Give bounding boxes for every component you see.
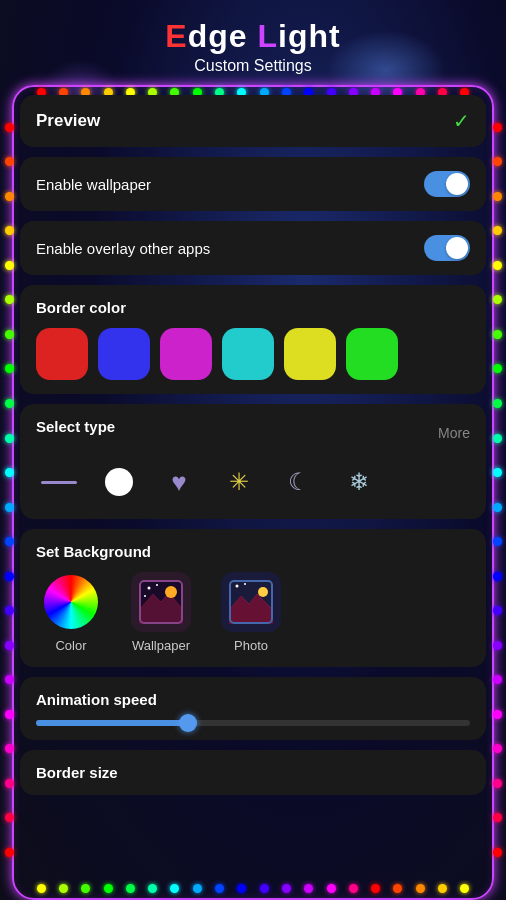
enable-wallpaper-card: Enable wallpaper — [20, 157, 486, 211]
type-moon-icon[interactable]: ☾ — [276, 459, 322, 505]
dot — [5, 572, 14, 581]
svg-point-12 — [236, 585, 239, 588]
type-snow-icon[interactable]: ❄ — [336, 459, 382, 505]
dot — [5, 261, 14, 270]
color-swatch-2[interactable] — [160, 328, 212, 380]
dot — [493, 434, 502, 443]
bg-option-photo[interactable]: Photo — [216, 572, 286, 653]
enable-wallpaper-toggle[interactable] — [424, 171, 470, 197]
speed-slider-thumb[interactable] — [179, 714, 197, 732]
dot — [5, 537, 14, 546]
dot — [5, 330, 14, 339]
dot — [5, 503, 14, 512]
bg-option-wallpaper[interactable]: Wallpaper — [126, 572, 196, 653]
dot — [493, 192, 502, 201]
dot — [5, 744, 14, 753]
color-swatch-1[interactable] — [98, 328, 150, 380]
set-background-label: Set Background — [36, 543, 470, 560]
dot — [493, 848, 502, 857]
line-shape — [41, 481, 77, 484]
dot — [5, 226, 14, 235]
speed-slider-track — [36, 720, 470, 726]
dot — [493, 572, 502, 581]
dot — [5, 364, 14, 373]
dot — [493, 537, 502, 546]
dot — [5, 434, 14, 443]
dot — [493, 399, 502, 408]
circle-shape — [105, 468, 133, 496]
svg-point-6 — [144, 595, 146, 597]
dots-right — [490, 110, 504, 870]
speed-slider-fill — [36, 720, 188, 726]
dot — [493, 503, 502, 512]
dot — [5, 710, 14, 719]
speed-slider-wrap[interactable] — [36, 720, 470, 726]
type-icons-row: ♥ ✳ ☾ ❄ — [36, 459, 470, 505]
type-sun-icon[interactable]: ✳ — [216, 459, 262, 505]
dot — [493, 330, 502, 339]
wallpaper-svg — [139, 580, 183, 624]
enable-overlay-card: Enable overlay other apps — [20, 221, 486, 275]
dot — [493, 744, 502, 753]
preview-label: Preview — [36, 111, 100, 131]
dots-left — [2, 110, 16, 870]
svg-point-5 — [156, 584, 158, 586]
dot — [493, 468, 502, 477]
more-label[interactable]: More — [438, 425, 470, 441]
title-l: L — [257, 18, 278, 54]
type-heart-icon[interactable]: ♥ — [156, 459, 202, 505]
sun-shape: ✳ — [229, 468, 249, 496]
animation-speed-card: Animation speed — [20, 677, 486, 740]
svg-point-13 — [244, 583, 246, 585]
color-swatch-0[interactable] — [36, 328, 88, 380]
color-swatches — [36, 328, 470, 380]
wallpaper-icon-wrap — [131, 572, 191, 632]
dot — [5, 606, 14, 615]
dot — [493, 779, 502, 788]
select-type-header: Select type More — [36, 418, 470, 447]
dot — [493, 606, 502, 615]
dot — [493, 675, 502, 684]
select-type-label: Select type — [36, 418, 115, 435]
app-title: Edge Light — [0, 18, 506, 55]
border-color-card: Border color — [20, 285, 486, 394]
background-options: Color — [36, 572, 470, 653]
main-content[interactable]: Preview ✓ Enable wallpaper Enable overla… — [20, 95, 486, 890]
dot — [493, 123, 502, 132]
dot — [5, 192, 14, 201]
dot — [5, 123, 14, 132]
enable-overlay-label: Enable overlay other apps — [36, 240, 210, 257]
moon-shape: ☾ — [288, 468, 310, 496]
dot — [493, 157, 502, 166]
border-size-card: Border size — [20, 750, 486, 795]
color-wheel-wrap — [41, 572, 101, 632]
dot — [5, 641, 14, 650]
dot — [493, 226, 502, 235]
svg-point-3 — [165, 586, 177, 598]
dot — [493, 813, 502, 822]
photo-svg — [229, 580, 273, 624]
dot — [5, 813, 14, 822]
snowflake-shape: ❄ — [349, 468, 369, 496]
select-type-card: Select type More ♥ ✳ ☾ ❄ — [20, 404, 486, 519]
heart-shape: ♥ — [171, 467, 186, 498]
dot — [493, 261, 502, 270]
dot — [5, 675, 14, 684]
color-swatch-5[interactable] — [346, 328, 398, 380]
border-size-label: Border size — [36, 764, 470, 781]
color-swatch-4[interactable] — [284, 328, 336, 380]
enable-overlay-toggle[interactable] — [424, 235, 470, 261]
bg-color-label: Color — [55, 638, 86, 653]
bg-photo-label: Photo — [234, 638, 268, 653]
dot — [493, 641, 502, 650]
color-swatch-3[interactable] — [222, 328, 274, 380]
dot — [5, 157, 14, 166]
type-circle-icon[interactable] — [96, 459, 142, 505]
bg-wallpaper-label: Wallpaper — [132, 638, 190, 653]
dot — [493, 364, 502, 373]
dot — [5, 399, 14, 408]
enable-wallpaper-label: Enable wallpaper — [36, 176, 151, 193]
type-line-icon[interactable] — [36, 459, 82, 505]
bg-option-color[interactable]: Color — [36, 572, 106, 653]
dot — [5, 468, 14, 477]
